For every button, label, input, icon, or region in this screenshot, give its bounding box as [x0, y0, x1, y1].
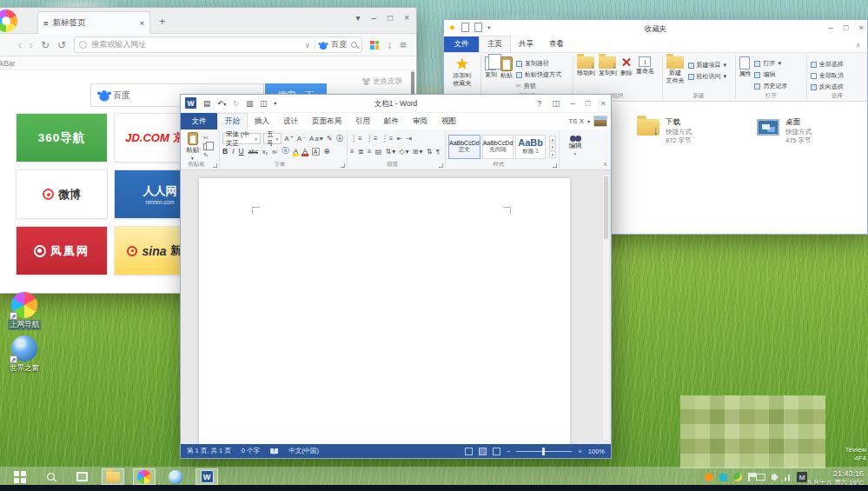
ribbon-display-button[interactable]: ◫ — [552, 98, 560, 108]
delete-button[interactable]: ✕ 删除 — [620, 56, 633, 76]
taskbar-word-button[interactable]: W — [195, 468, 218, 485]
browser-pin-icon[interactable]: ▾ — [356, 13, 361, 23]
select-none-button[interactable]: 全部取消 — [811, 70, 844, 81]
invert-selection-button[interactable]: 反向选择 — [811, 82, 844, 92]
tab-references[interactable]: 引用 — [348, 114, 377, 129]
print-layout-button[interactable] — [479, 448, 487, 455]
document-page[interactable] — [199, 178, 570, 444]
download-icon[interactable]: ↓ — [387, 39, 392, 51]
paste-button[interactable]: 粘贴 — [500, 56, 513, 79]
zoom-slider[interactable] — [516, 451, 572, 452]
tray-action-center-icon[interactable] — [748, 473, 750, 481]
cut-button[interactable]: ✂ 剪切 — [516, 81, 561, 91]
scrollbar-thumb[interactable] — [604, 176, 608, 239]
address-dropdown-icon[interactable]: ∨ — [305, 41, 311, 50]
zoom-slider-thumb[interactable] — [542, 448, 545, 455]
easy-access-button[interactable]: 轻松访问 ▾ — [688, 71, 727, 82]
strikethrough-button[interactable]: abc — [248, 149, 258, 155]
address-bar[interactable]: 搜索或输入网址 ∨ 百度 — [74, 36, 362, 53]
copy-button[interactable] — [203, 143, 209, 150]
taskbar-browser-button[interactable] — [133, 468, 156, 485]
underline-button[interactable]: U — [239, 147, 244, 156]
document-scrollbar[interactable] — [602, 174, 610, 441]
clipboard-dialog-launcher[interactable] — [213, 163, 217, 168]
tab-home[interactable]: 主页 — [479, 36, 511, 52]
font-row1-icons[interactable]: A⁺ A⁻ Aa▾ ✎ Ⓐ — [284, 134, 344, 143]
tab-view[interactable]: 视图 — [434, 114, 463, 129]
tab-mailings[interactable]: 邮件 — [377, 114, 406, 129]
tray-display-icon[interactable] — [756, 474, 765, 481]
new-tab-button[interactable]: + — [159, 15, 166, 28]
text-effects-button[interactable]: Ⓐ — [282, 146, 289, 156]
style-no-spacing[interactable]: AaBbCcDd 无间隔 — [482, 135, 514, 159]
properties-button[interactable]: 属性 — [739, 56, 751, 77]
apps-grid-icon[interactable] — [370, 41, 379, 50]
start-button[interactable] — [8, 468, 30, 485]
paste-shortcut-button[interactable]: 粘贴快捷方式 — [516, 70, 561, 80]
undo-button[interactable]: ↺ — [57, 39, 66, 51]
font-dialog-launcher[interactable] — [341, 163, 345, 168]
style-heading1[interactable]: AaBb 标题 1 — [515, 135, 546, 159]
copy-to-button[interactable]: ↓ 复制到 — [599, 56, 617, 76]
page-indicator[interactable]: 第 1 页, 共 1 页 — [187, 447, 231, 455]
tile-weibo[interactable]: 微博 — [16, 169, 108, 219]
taskbar-explorer-button[interactable] — [102, 468, 124, 485]
browser-close-button[interactable]: × — [404, 13, 409, 23]
word-maximize-button[interactable]: □ — [586, 98, 591, 108]
cut-button[interactable]: ✂ — [203, 135, 209, 142]
italic-button[interactable]: I — [232, 147, 234, 156]
styles-more[interactable]: ▾ — [549, 151, 556, 158]
tray-volume-icon[interactable] — [772, 474, 775, 480]
taskbar-ie-button[interactable] — [164, 468, 187, 485]
paragraph-row1-icons[interactable]: ⋮≡ ⋮≡ ⋮≡ ⇤ ⇥ — [350, 135, 442, 143]
bookmark-bar[interactable]: kBar — [0, 56, 416, 70]
new-item-button[interactable]: 新建项目 ▾ — [688, 60, 727, 70]
tray-qq-icon[interactable] — [705, 473, 713, 481]
character-border-button[interactable]: A — [312, 148, 320, 156]
help-button[interactable]: ? — [537, 98, 541, 108]
font-name-select[interactable]: 宋体 (中文正 ▾ — [222, 133, 261, 144]
add-to-favorites-button[interactable]: ★ 添加到 收藏夹 — [454, 56, 472, 87]
tab-review[interactable]: 审阅 — [406, 114, 434, 129]
taskbar-search-button[interactable] — [39, 468, 62, 485]
paragraph-row2-icons[interactable]: ≡ ≣ ≡ ▤ ⇅▾ ◇▾ ⊞▾ ⇅ ¶ — [350, 148, 442, 156]
refresh-button[interactable]: ↻ — [41, 39, 50, 51]
browser-tab-newtab[interactable]: ≡ 新标签页 × — [37, 11, 150, 34]
word-count[interactable]: 0 个字 — [242, 447, 260, 455]
browser-maximize-button[interactable]: □ — [388, 13, 393, 23]
read-mode-button[interactable] — [465, 448, 473, 455]
font-size-select[interactable]: 五号 ▾ — [263, 133, 282, 144]
editing-button[interactable]: 编辑 ▾ — [562, 136, 588, 156]
styles-scroll-down[interactable]: ▾ — [549, 143, 556, 150]
search-icon[interactable] — [351, 42, 357, 48]
history-button[interactable]: 历史记录 — [754, 81, 787, 91]
tile-360-nav[interactable]: 360导航 — [16, 113, 108, 163]
file-item-desktop[interactable]: 桌面 快捷方式 475 字节 — [757, 117, 812, 145]
tab-insert[interactable]: 插入 — [248, 114, 276, 129]
open-button[interactable]: 打开 ▾ — [754, 58, 787, 69]
browser-minimize-button[interactable]: – — [372, 13, 377, 23]
styles-scroll-up[interactable]: ▴ — [549, 136, 556, 143]
bold-button[interactable]: B — [222, 147, 228, 156]
forward-button[interactable]: › — [30, 39, 33, 51]
tile-ifeng[interactable]: 凤凰网 — [16, 226, 108, 275]
ribbon-collapse-icon[interactable]: ∧ — [856, 42, 860, 49]
word-close-button[interactable]: × — [600, 98, 606, 108]
desktop-icon-browser[interactable]: ↗ 上网导航 — [0, 292, 49, 330]
subscript-button[interactable]: x₂ — [262, 149, 268, 155]
change-skin-link[interactable]: 更换皮肤 — [362, 76, 402, 87]
explorer-maximize-button[interactable]: □ — [844, 23, 849, 32]
style-normal[interactable]: AaBbCcDd 正文 — [448, 135, 480, 159]
select-all-button[interactable]: 全部选择 — [811, 59, 844, 70]
new-folder-button[interactable]: 新建 文件夹 — [666, 56, 685, 84]
back-button[interactable]: ‹ — [18, 39, 22, 51]
tab-home[interactable]: 开始 — [217, 113, 248, 129]
tab-view[interactable]: 查看 — [541, 36, 572, 52]
zoom-in-button[interactable]: + — [578, 448, 581, 455]
tab-share[interactable]: 共享 — [511, 36, 541, 52]
proofing-icon[interactable] — [270, 448, 278, 455]
format-painter-button[interactable]: ✎ — [203, 152, 209, 159]
zoom-out-button[interactable]: − — [507, 448, 510, 455]
styles-dialog-launcher[interactable] — [553, 163, 557, 168]
paste-button[interactable]: 粘贴 ▾ — [183, 131, 202, 162]
